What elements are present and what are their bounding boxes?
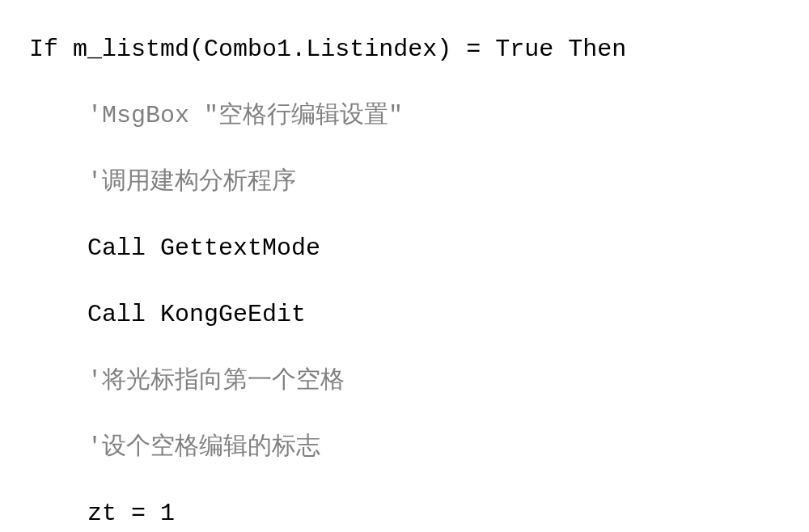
dot: .	[291, 36, 306, 63]
ident-konggeedit: KongGeEdit	[160, 301, 306, 328]
comment-text: 调用建构分析程序	[102, 168, 296, 196]
comment-msgbox: MsgBox	[102, 102, 204, 129]
ident-listindex: Listindex	[306, 36, 437, 63]
ident-zt: zt	[87, 500, 116, 527]
code-line-5: Call KongGeEdit	[0, 298, 809, 331]
comment-tick: '	[87, 102, 102, 129]
indent	[0, 301, 87, 328]
indent	[0, 234, 87, 262]
rparen: )	[437, 36, 451, 63]
keyword-call: Call	[87, 301, 160, 328]
comment-tick: '	[87, 433, 102, 461]
code-line-1: If m_listmd(Combo1.Listindex) = True The…	[0, 33, 809, 66]
indent	[0, 433, 87, 461]
comment-tick: '	[87, 168, 102, 196]
indent	[0, 36, 29, 63]
code-line-6: '将光标指向第一个空格	[0, 365, 809, 398]
ident-gettextmode: GettextMode	[160, 234, 320, 262]
code-block: If m_listmd(Combo1.Listindex) = True The…	[0, 0, 809, 532]
comment-text: 设个空格编辑的标志	[102, 433, 320, 461]
comment-string: "空格行编辑设置"	[204, 102, 403, 129]
lparen: (	[189, 36, 204, 63]
indent	[0, 102, 87, 129]
comment-text: 将光标指向第一个空格	[102, 367, 345, 395]
code-line-3: '调用建构分析程序	[0, 166, 809, 199]
num-1: 1	[160, 500, 175, 527]
eq: =	[116, 500, 160, 527]
code-line-2: 'MsgBox "空格行编辑设置"	[0, 99, 809, 133]
func-mlistmd: m_listmd	[73, 36, 189, 63]
keyword-then: Then	[553, 36, 626, 63]
keyword-true: True	[495, 36, 553, 63]
indent	[0, 367, 87, 395]
indent	[0, 500, 87, 527]
code-line-8: zt = 1	[0, 497, 809, 530]
keyword-if: If	[29, 36, 58, 63]
code-line-4: Call GettextMode	[0, 232, 809, 265]
code-line-7: '设个空格编辑的标志	[0, 431, 809, 464]
eq: =	[451, 36, 495, 63]
comment-tick: '	[87, 367, 102, 395]
indent	[0, 168, 87, 196]
ident-combo1: Combo1	[204, 36, 291, 63]
keyword-call: Call	[87, 234, 160, 262]
